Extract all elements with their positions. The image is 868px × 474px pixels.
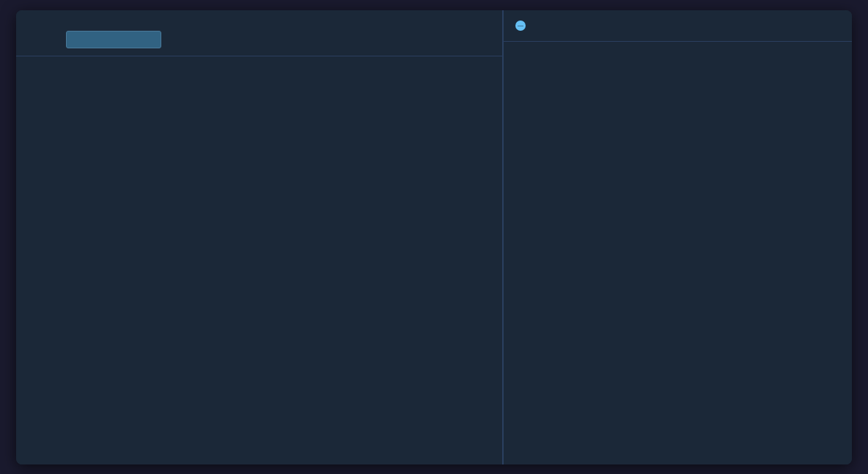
sort-controls [45, 31, 161, 48]
left-controls [31, 31, 488, 48]
search-input[interactable] [66, 31, 161, 48]
steam-dash-icon: — [515, 21, 526, 31]
left-header [16, 10, 502, 56]
left-panel [16, 10, 504, 464]
games-list [504, 42, 852, 464]
included-games-label [31, 34, 34, 45]
right-panel: — [504, 10, 852, 464]
main-container: — [16, 10, 852, 464]
right-header: — [504, 10, 852, 42]
games-grid [16, 56, 502, 464]
